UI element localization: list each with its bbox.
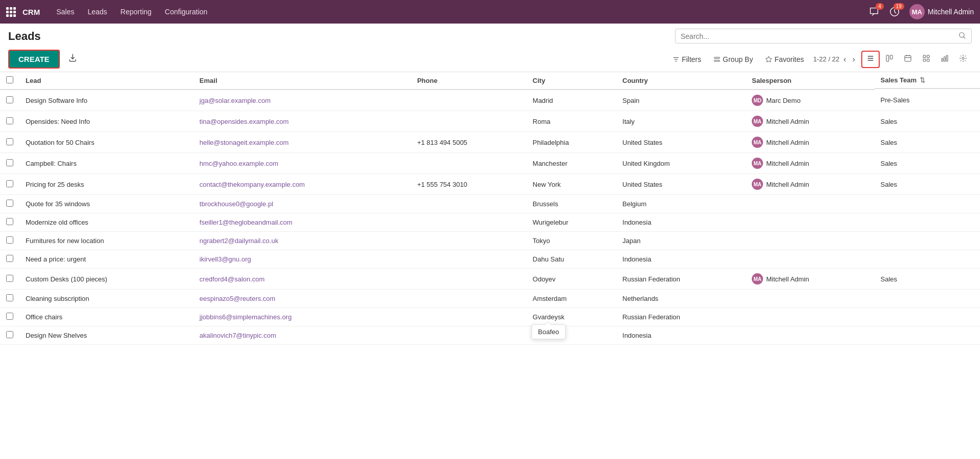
- table-row[interactable]: Furnitures for new locationngrabert2@dai…: [0, 232, 980, 250]
- lead-cell[interactable]: Furnitures for new location: [19, 232, 193, 250]
- apps-menu-button[interactable]: [6, 7, 15, 16]
- table-row[interactable]: Opensides: Need Infotina@opensides.examp…: [0, 111, 980, 132]
- chat-button[interactable]: 4: [868, 6, 880, 17]
- row-checkbox[interactable]: [6, 275, 13, 282]
- row-checkbox[interactable]: [6, 294, 13, 301]
- group-by-button[interactable]: Group By: [708, 52, 758, 67]
- user-menu[interactable]: MA Mitchell Admin: [909, 4, 974, 19]
- row-checkbox[interactable]: [6, 96, 13, 103]
- email-link[interactable]: jga@solar.example.com: [200, 97, 271, 104]
- row-checkbox[interactable]: [6, 313, 13, 320]
- email-cell[interactable]: tbrockhouse0@google.pl: [193, 195, 411, 213]
- table-row[interactable]: Pricing for 25 deskscontact@thekompany.e…: [0, 174, 980, 195]
- lead-cell[interactable]: Opensides: Need Info: [19, 111, 193, 132]
- email-cell[interactable]: jjobbins6@simplemachines.org: [193, 308, 411, 326]
- next-page-button[interactable]: ›: [851, 54, 857, 65]
- chart-view-button[interactable]: [936, 51, 953, 68]
- email-cell[interactable]: tina@opensides.example.com: [193, 111, 411, 132]
- table-row[interactable]: Modernize old officesfseiller1@theglobea…: [0, 213, 980, 232]
- lead-cell[interactable]: Quotation for 50 Chairs: [19, 132, 193, 153]
- table-row[interactable]: Cleaning subscriptioneespinazo5@reuters.…: [0, 290, 980, 308]
- table-row[interactable]: Campbell: Chairshmc@yahoo.example.comMan…: [0, 153, 980, 174]
- country-column-header[interactable]: Country: [616, 72, 746, 90]
- lead-cell[interactable]: Modernize old offices: [19, 213, 193, 232]
- row-checkbox[interactable]: [6, 331, 13, 338]
- table-row[interactable]: Need a price: urgentikirvell3@gnu.orgDah…: [0, 250, 980, 269]
- email-link[interactable]: contact@thekompany.example.com: [200, 181, 305, 188]
- table-row[interactable]: Office chairsjjobbins6@simplemachines.or…: [0, 308, 980, 326]
- settings-view-button[interactable]: [954, 51, 972, 68]
- salesperson-avatar: MD: [752, 95, 763, 106]
- email-cell[interactable]: fseiller1@theglobeandmail.com: [193, 213, 411, 232]
- row-checkbox[interactable]: [6, 180, 13, 187]
- email-cell[interactable]: contact@thekompany.example.com: [193, 174, 411, 195]
- email-link[interactable]: fseiller1@theglobeandmail.com: [200, 218, 293, 226]
- grid-view-button[interactable]: [918, 51, 935, 68]
- row-checkbox[interactable]: [6, 200, 13, 207]
- search-icon[interactable]: [958, 31, 966, 41]
- table-row[interactable]: Quotation for 50 Chairshelle@stonageit.e…: [0, 132, 980, 153]
- nav-sales[interactable]: Sales: [50, 5, 80, 19]
- kanban-view-button[interactable]: [881, 51, 898, 68]
- table-row[interactable]: Custom Desks (100 pieces)credford4@salon…: [0, 269, 980, 290]
- select-all-header[interactable]: [0, 72, 19, 90]
- import-button[interactable]: [64, 51, 81, 67]
- email-cell[interactable]: akalinovich7@tinypic.com: [193, 326, 411, 345]
- lead-cell[interactable]: Office chairs: [19, 308, 193, 326]
- city-column-header[interactable]: City: [527, 72, 616, 90]
- row-checkbox[interactable]: [6, 236, 13, 244]
- email-cell[interactable]: jga@solar.example.com: [193, 90, 411, 111]
- row-checkbox[interactable]: [6, 138, 13, 145]
- table-row[interactable]: Quote for 35 windowstbrockhouse0@google.…: [0, 195, 980, 213]
- lead-cell[interactable]: Cleaning subscription: [19, 290, 193, 308]
- email-link[interactable]: ngrabert2@dailymail.co.uk: [200, 237, 278, 245]
- email-cell[interactable]: helle@stonageit.example.com: [193, 132, 411, 153]
- search-input[interactable]: [681, 32, 958, 40]
- row-checkbox[interactable]: [6, 159, 13, 166]
- lead-cell[interactable]: Design Software Info: [19, 90, 193, 111]
- email-link[interactable]: tbrockhouse0@google.pl: [200, 200, 273, 208]
- email-link[interactable]: ikirvell3@gnu.org: [200, 255, 251, 263]
- lead-cell[interactable]: Design New Shelves: [19, 326, 193, 345]
- salesperson-column-header[interactable]: Salesperson: [746, 72, 874, 90]
- email-cell[interactable]: credford4@salon.com: [193, 269, 411, 290]
- email-link[interactable]: jjobbins6@simplemachines.org: [200, 313, 292, 321]
- email-column-header[interactable]: Email: [193, 72, 411, 90]
- column-adjust-icon[interactable]: ⇅: [920, 76, 925, 84]
- create-button[interactable]: CREATE: [8, 50, 60, 69]
- email-link[interactable]: tina@opensides.example.com: [200, 118, 289, 125]
- sales-team-column-header[interactable]: Sales Team ⇅: [875, 72, 981, 89]
- row-checkbox[interactable]: [6, 218, 13, 225]
- select-all-checkbox[interactable]: [6, 76, 13, 83]
- sales-team-cell: [875, 250, 981, 269]
- lead-cell[interactable]: Custom Desks (100 pieces): [19, 269, 193, 290]
- lead-cell[interactable]: Need a price: urgent: [19, 250, 193, 269]
- table-row[interactable]: Design New Shelvesakalinovich7@tinypic.c…: [0, 326, 980, 345]
- list-view-button[interactable]: [861, 51, 880, 68]
- nav-leads[interactable]: Leads: [81, 5, 113, 19]
- email-cell[interactable]: eespinazo5@reuters.com: [193, 290, 411, 308]
- email-cell[interactable]: hmc@yahoo.example.com: [193, 153, 411, 174]
- email-link[interactable]: hmc@yahoo.example.com: [200, 160, 278, 167]
- favorites-button[interactable]: Favorites: [760, 52, 809, 67]
- nav-configuration[interactable]: Configuration: [159, 5, 213, 19]
- filters-button[interactable]: Filters: [667, 52, 706, 67]
- lead-cell[interactable]: Pricing for 25 desks: [19, 174, 193, 195]
- email-link[interactable]: akalinovich7@tinypic.com: [200, 332, 276, 339]
- lead-column-header[interactable]: Lead: [19, 72, 193, 90]
- email-link[interactable]: helle@stonageit.example.com: [200, 139, 289, 146]
- table-row[interactable]: Design Software Infojga@solar.example.co…: [0, 90, 980, 111]
- email-link[interactable]: credford4@salon.com: [200, 275, 265, 283]
- row-checkbox[interactable]: [6, 255, 13, 262]
- phone-column-header[interactable]: Phone: [411, 72, 527, 90]
- email-link[interactable]: eespinazo5@reuters.com: [200, 295, 275, 302]
- lead-cell[interactable]: Quote for 35 windows: [19, 195, 193, 213]
- prev-page-button[interactable]: ‹: [841, 54, 848, 65]
- email-cell[interactable]: ngrabert2@dailymail.co.uk: [193, 232, 411, 250]
- lead-cell[interactable]: Campbell: Chairs: [19, 153, 193, 174]
- row-checkbox[interactable]: [6, 117, 13, 124]
- nav-reporting[interactable]: Reporting: [114, 5, 158, 19]
- calendar-view-button[interactable]: [899, 51, 917, 68]
- email-cell[interactable]: ikirvell3@gnu.org: [193, 250, 411, 269]
- clock-button[interactable]: 19: [889, 6, 900, 17]
